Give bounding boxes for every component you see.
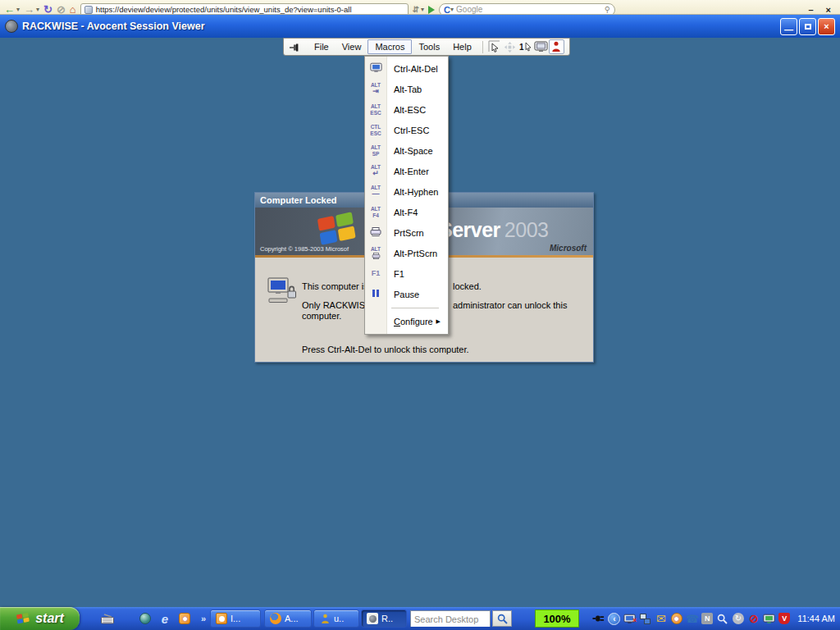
- home-icon[interactable]: ⌂: [70, 4, 76, 15]
- menu-item-prtscrn[interactable]: PrtScrn: [365, 222, 448, 243]
- menu-macros[interactable]: Macros: [368, 39, 412, 54]
- address-bar[interactable]: https://deview/deview/protected/units/un…: [80, 3, 409, 16]
- start-button[interactable]: start: [0, 607, 80, 630]
- single-cursor-icon[interactable]: 1: [518, 39, 533, 54]
- pause-icon: [365, 290, 386, 298]
- screen: ←▾ →▾ ↻ ⊘ ⌂ https://deview/deview/protec…: [0, 0, 840, 630]
- alt-tab-icon: ALT⇥: [365, 82, 386, 96]
- search-engine-icon[interactable]: C: [444, 5, 450, 15]
- lock-msg-footer: Press Ctrl-Alt-Del to unlock this comput…: [302, 345, 469, 354]
- remote-desktop[interactable]: File View Macros Tools Help 1: [0, 38, 840, 607]
- auto-align-icon-disabled: [503, 39, 518, 54]
- task3-app-icon: [319, 613, 331, 624]
- back-icon[interactable]: ←: [4, 4, 15, 15]
- menu-item-ctrl-alt-del[interactable]: Ctrl-Alt-Del: [365, 58, 448, 79]
- menu-item-alt-prtscrn[interactable]: ALT Alt-PrtScrn: [365, 243, 448, 263]
- stop-icon[interactable]: ⊘: [57, 4, 66, 15]
- pushpin-icon[interactable]: [289, 41, 300, 52]
- taskbar-button-rackwise-active[interactable]: R..: [361, 609, 407, 628]
- mail-notification-icon[interactable]: ✉: [655, 613, 667, 625]
- reload-icon[interactable]: ↻: [43, 4, 52, 15]
- quicklaunch-desktop-icon[interactable]: [100, 611, 115, 626]
- menu-item-alt-f4[interactable]: ALTF4 Alt-F4: [365, 202, 448, 222]
- url-text[interactable]: https://deview/deview/protected/units/un…: [96, 5, 352, 14]
- macros-menu: Ctrl-Alt-Del ALT⇥ Alt-Tab ALTESC Alt-ESC…: [364, 56, 449, 335]
- start-flag-icon: [16, 611, 31, 627]
- taskbar-button-1[interactable]: I...: [210, 609, 261, 628]
- network-offline-icon[interactable]: ×: [623, 613, 636, 625]
- forward-dropdown-icon[interactable]: ▾: [36, 6, 39, 13]
- lock-msg-line1-right: locked.: [453, 281, 482, 291]
- history-icon[interactable]: ⇵: [413, 6, 419, 14]
- web-search-placeholder[interactable]: Google: [456, 5, 602, 14]
- copyright-text: Copyright © 1985-2003 Microsof: [260, 245, 349, 253]
- refresh-screen-icon[interactable]: [533, 39, 549, 54]
- history-dropdown-icon[interactable]: ▾: [421, 6, 424, 13]
- menu-help[interactable]: Help: [446, 40, 478, 53]
- monitor-icon: [365, 62, 386, 74]
- quicklaunch-ie-icon[interactable]: e: [158, 611, 172, 626]
- go-button[interactable]: [428, 6, 435, 14]
- alt-esc-icon: ALTESC: [365, 103, 386, 115]
- phone-icon[interactable]: ☎: [686, 613, 698, 625]
- menu-item-alt-space[interactable]: ALTSP Alt-Space: [365, 140, 448, 161]
- pointer-tool-icon[interactable]: [487, 39, 503, 54]
- ctrl-esc-icon: CTLESC: [365, 124, 386, 135]
- menu-item-alt-esc[interactable]: ALTESC Alt-ESC: [365, 99, 448, 120]
- power-plug-icon[interactable]: [592, 613, 605, 625]
- taskbar-button-3[interactable]: u..: [313, 609, 359, 628]
- network-computers-icon[interactable]: [639, 613, 651, 625]
- forward-icon[interactable]: →: [24, 4, 34, 15]
- update-swirl-icon[interactable]: ↻: [732, 613, 744, 625]
- display-settings-icon[interactable]: [763, 613, 775, 625]
- tray-search-icon[interactable]: [716, 613, 728, 625]
- close-button[interactable]: ×: [818, 18, 835, 35]
- alt-hyphen-icon: ALT—: [365, 185, 386, 199]
- minimize-button[interactable]: —: [780, 18, 797, 35]
- submenu-arrow-icon: ▶: [436, 318, 441, 325]
- browser-window-controls[interactable]: – ×: [808, 5, 836, 15]
- app-titlebar[interactable]: RACKWISE - Avocent Session Viewer — ×: [0, 15, 840, 38]
- search-desktop-button[interactable]: [492, 610, 512, 627]
- microsoft-logo: Microsoft: [550, 244, 587, 253]
- app-icon: [5, 20, 18, 33]
- back-dropdown-icon[interactable]: ▾: [16, 6, 20, 13]
- security-blocked-icon[interactable]: ⊘: [747, 613, 760, 625]
- hide-tray-icons-chevron[interactable]: ‹: [608, 613, 620, 625]
- menu-file[interactable]: File: [308, 40, 336, 53]
- menu-item-ctrl-esc[interactable]: CTLESC Ctrl-ESC: [365, 120, 448, 140]
- task4-rackwise-icon: [367, 613, 378, 624]
- tray-clock[interactable]: 11:44 AM: [797, 614, 835, 623]
- maximize-button[interactable]: [799, 18, 816, 35]
- menu-separator: [365, 304, 448, 311]
- web-search-box[interactable]: C ▾ Google ⚲: [439, 3, 615, 16]
- quicklaunch-overflow-chevron[interactable]: »: [196, 611, 211, 626]
- menu-item-alt-enter[interactable]: ALT↵ Alt-Enter: [365, 161, 448, 181]
- zoom-level-badge[interactable]: 100%: [535, 609, 579, 628]
- task1-app-icon: [216, 613, 227, 624]
- engine-dropdown-icon[interactable]: ▾: [450, 6, 454, 13]
- menu-item-configure[interactable]: Configure ▶: [365, 311, 448, 331]
- messenger-icon[interactable]: N: [701, 613, 713, 624]
- quicklaunch-outlook-icon[interactable]: [177, 611, 192, 626]
- taskbar-button-2[interactable]: A...: [264, 609, 312, 628]
- menu-item-f1[interactable]: F1 F1: [365, 263, 448, 284]
- search-desktop-field[interactable]: [410, 610, 491, 627]
- task2-firefox-icon: [270, 613, 281, 624]
- menu-tools[interactable]: Tools: [412, 40, 446, 53]
- web-search-icon[interactable]: ⚲: [605, 5, 610, 14]
- antivirus-shield-icon[interactable]: V: [778, 613, 790, 624]
- lock-dialog-title: Computer Locked: [260, 195, 337, 205]
- menu-item-alt-tab[interactable]: ALT⇥ Alt-Tab: [365, 79, 448, 99]
- session-toolbar: File View Macros Tools Help 1: [283, 38, 570, 56]
- sync-clock-icon[interactable]: [670, 613, 682, 625]
- quicklaunch-globe-icon[interactable]: [138, 611, 153, 626]
- session-user-icon[interactable]: [549, 39, 564, 54]
- menu-view[interactable]: View: [336, 40, 368, 53]
- search-desktop-input[interactable]: [411, 612, 490, 627]
- lock-msg-line2-left: Only RACKWISE: [302, 300, 371, 310]
- system-tray: ‹ × ✉ ☎ N ↻ ⊘ V: [592, 607, 835, 630]
- menu-item-alt-hyphen[interactable]: ALT— Alt-Hyphen: [365, 181, 448, 202]
- locked-computer-icon: [266, 277, 297, 305]
- menu-item-pause[interactable]: Pause: [365, 284, 448, 304]
